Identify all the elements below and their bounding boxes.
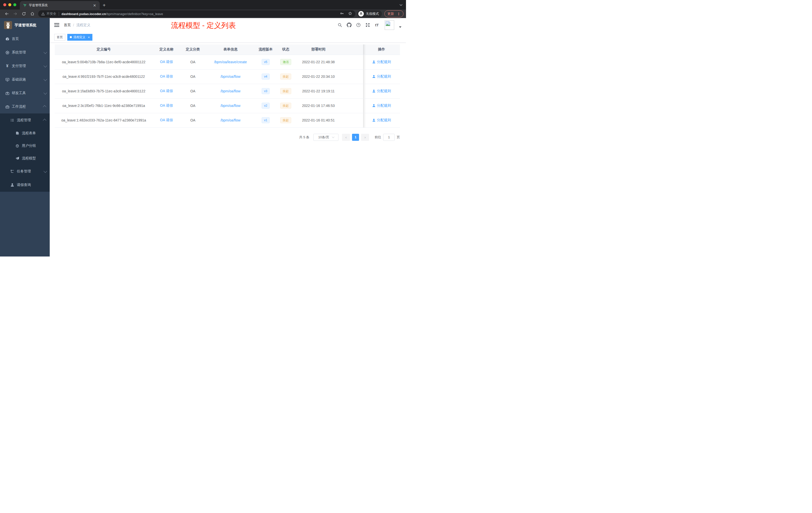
assign-rule-link[interactable]: 分配规则 [372, 118, 391, 122]
chevron-down-icon [332, 135, 334, 138]
new-tab-button[interactable]: + [103, 3, 106, 8]
sidebar-item-workflow[interactable]: 工作流程 [0, 100, 50, 114]
font-size-icon[interactable]: tT [374, 23, 379, 28]
github-icon[interactable] [347, 23, 351, 28]
col-form-info: 表单信息 [205, 44, 256, 55]
tag-home[interactable]: 首页 [54, 34, 65, 41]
table-row: oa_leave:4:991f2193-7b7f-11ec-a3c8-acde4… [55, 69, 400, 84]
definition-id: oa_leave:3:1fad3d93-7b75-11ec-a3c8-acde4… [55, 84, 153, 98]
status-badge: 挂起 [280, 117, 291, 123]
content-area: 定义编号 定义名称 定义分类 表单信息 流程版本 状态 部署时间 操作 oa_l… [50, 43, 406, 141]
update-button[interactable]: 更新 ⋮ [384, 10, 404, 17]
tag-close-icon[interactable]: × [88, 35, 90, 39]
user-icon [372, 75, 376, 78]
back-icon[interactable] [2, 10, 11, 17]
window-minimize-button[interactable] [8, 3, 11, 6]
help-icon[interactable] [356, 23, 361, 28]
window-close-button[interactable] [3, 3, 6, 6]
key-icon[interactable] [340, 11, 344, 17]
form-link[interactable]: /bpm/oa/flow [221, 89, 240, 93]
sidebar-item-payment[interactable]: ¥ 支付管理 [0, 59, 50, 73]
col-deploy-time: 部署时间 [296, 44, 341, 55]
window-zoom-button[interactable] [13, 3, 16, 6]
sidebar-item-task-management[interactable]: 任务管理 [0, 164, 50, 178]
annotation-text: 流程模型 - 定义列表 [171, 21, 236, 31]
forward-icon[interactable] [11, 10, 20, 17]
table-row: oa_leave:3:1fad3d93-7b75-11ec-a3c8-acde4… [55, 84, 400, 98]
assign-rule-link[interactable]: 分配规则 [372, 74, 391, 79]
deploy-time: 2022-01-16 01:40:51 [296, 113, 341, 127]
definition-name-link[interactable]: OA 请假 [160, 89, 173, 93]
sidebar-item-infra[interactable]: 基础设施 [0, 73, 50, 86]
robot-icon [15, 144, 20, 148]
app-title: 芋道管理系统 [14, 23, 36, 28]
sidebar-item-leave-query[interactable]: 请假查询 [0, 178, 50, 192]
definition-name-link[interactable]: OA 请假 [160, 118, 173, 122]
sidebar-item-process-form[interactable]: 流程表单 [0, 127, 50, 140]
collapse-sidebar-icon[interactable] [54, 23, 59, 27]
page-size-value: 10条/页 [318, 135, 329, 140]
url-host: dashboard.yudao.iocoder.cn [61, 12, 106, 16]
sidebar-item-process-management[interactable]: 流程管理 [0, 114, 50, 127]
sidebar-item-devtools[interactable]: 研发工具 [0, 86, 50, 100]
col-process-version: 流程版本 [256, 44, 276, 55]
breadcrumb: 首页 / 流程定义 [64, 23, 90, 27]
tab-list-chevron-icon[interactable] [400, 2, 403, 7]
sidebar-item-process-model[interactable]: 流程模型 [0, 152, 50, 164]
definition-name-link[interactable]: OA 请假 [160, 60, 173, 64]
user-icon [372, 118, 376, 122]
next-page-button[interactable]: › [361, 134, 369, 141]
goto-page-input[interactable] [383, 134, 395, 141]
home-icon[interactable] [28, 10, 37, 17]
sidebar-logo[interactable]: 芋道管理系统 [0, 18, 50, 32]
chevron-down-icon [44, 91, 47, 95]
form-link[interactable]: /bpm/oa/flow [221, 118, 240, 122]
logo-avatar [4, 21, 12, 29]
caret-down-icon[interactable] [399, 26, 402, 28]
definition-name-link[interactable]: OA 请假 [160, 74, 173, 78]
avatar[interactable] [385, 20, 394, 30]
browser-menu-icon[interactable]: ⋮ [397, 12, 401, 16]
sidebar-item-label: 用户分组 [22, 144, 46, 148]
search-icon[interactable] [337, 23, 342, 28]
form-link[interactable]: /bpm/oa/flow [221, 104, 240, 108]
security-status[interactable]: 不安全 [41, 11, 56, 16]
tag-process-definition[interactable]: 流程定义 × [67, 34, 92, 41]
definition-id: oa_leave:4:991f2193-7b7f-11ec-a3c8-acde4… [55, 69, 153, 84]
assign-rule-link[interactable]: 分配规则 [372, 89, 391, 93]
user-icon [372, 104, 376, 108]
security-label: 不安全 [47, 11, 56, 16]
definition-name-link[interactable]: OA 请假 [160, 103, 173, 108]
form-link[interactable]: /bpm/oa/flow [221, 74, 240, 79]
status-badge: 挂起 [280, 103, 291, 109]
sidebar-item-label: 流程管理 [17, 118, 44, 122]
reload-icon[interactable] [20, 10, 28, 17]
page-size-select[interactable]: 10条/页 [313, 134, 339, 141]
browser-tab[interactable]: 芋道管理系统 ✕ [20, 1, 100, 9]
definition-category: OA [180, 98, 205, 113]
breadcrumb-home[interactable]: 首页 [64, 23, 71, 27]
sidebar-item-label: 基础设施 [12, 77, 44, 82]
bookmark-star-icon[interactable] [348, 11, 352, 17]
broken-image-icon [385, 21, 390, 26]
deploy-time: 2022-01-16 17:46:53 [296, 98, 341, 113]
sidebar-item-home[interactable]: 首页 [0, 32, 50, 46]
sidebar-item-label: 请假查询 [17, 183, 46, 187]
col-actions: 操作 [363, 44, 400, 55]
address-bar[interactable]: 不安全 dashboard.yudao.iocoder.cn /bpm/mana… [38, 10, 355, 17]
page-1-button[interactable]: 1 [352, 134, 359, 141]
form-link[interactable]: /bpm/oa/leave/create [214, 60, 247, 64]
tab-close-icon[interactable]: ✕ [92, 3, 97, 8]
prev-page-button[interactable]: ‹ [342, 134, 350, 141]
workflow-submenu: 流程管理 流程表单 用户分组 流程模型 [0, 114, 50, 192]
assign-rule-link[interactable]: 分配规则 [372, 60, 391, 64]
incognito-icon [358, 11, 364, 17]
briefcase-icon [5, 104, 9, 109]
version-badge: v5 [262, 59, 270, 65]
fullscreen-icon[interactable] [365, 23, 370, 28]
col-definition-category: 定义分类 [180, 44, 205, 55]
incognito-badge: 无痕模式 [357, 10, 382, 17]
sidebar-item-system[interactable]: 系统管理 [0, 46, 50, 59]
assign-rule-link[interactable]: 分配规则 [372, 103, 391, 108]
sidebar-item-user-group[interactable]: 用户分组 [0, 140, 50, 152]
